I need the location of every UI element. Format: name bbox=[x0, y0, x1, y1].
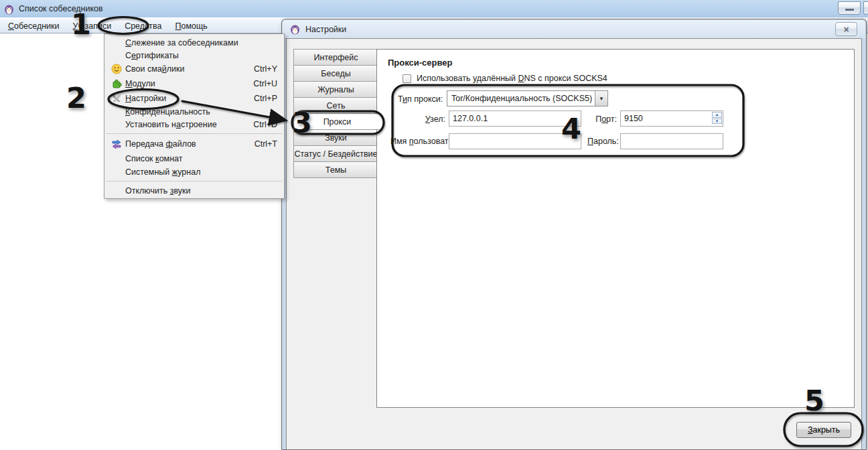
plugin-icon bbox=[107, 78, 125, 89]
menu-item-custom-smileys[interactable]: Свои смайлики Ctrl+Y bbox=[104, 62, 284, 76]
username-input[interactable] bbox=[449, 133, 581, 149]
menu-separator bbox=[106, 133, 283, 134]
dialog-title: Настройки bbox=[305, 25, 346, 34]
menu-item-room-list[interactable]: Список комнат bbox=[104, 151, 284, 165]
tab-proxy[interactable]: Прокси bbox=[293, 113, 380, 130]
smiley-icon bbox=[107, 64, 125, 74]
menu-item-preferences[interactable]: Настройки Ctrl+P bbox=[104, 91, 284, 105]
menu-item-plugins[interactable]: Модули Ctrl+U bbox=[104, 76, 284, 91]
tools-dropdown-menu: Слежение за собеседниками Сертификаты Св… bbox=[104, 33, 285, 199]
spinner-down-icon[interactable]: ▼ bbox=[712, 119, 722, 125]
tab-sounds[interactable]: Звуки bbox=[293, 129, 378, 146]
menu-item-mute-sounds[interactable]: Отключить звуки bbox=[104, 184, 284, 198]
port-input[interactable] bbox=[620, 110, 723, 127]
proxy-type-select[interactable]: Tor/Конфиденциальность (SOCKS5) ▼ bbox=[447, 90, 608, 106]
pidgin-app-icon bbox=[3, 3, 15, 15]
minimize-icon bbox=[845, 9, 854, 11]
menu-tools[interactable]: Средства bbox=[118, 19, 168, 33]
panel-header: Прокси-сервер bbox=[388, 58, 453, 68]
menu-item-system-log[interactable]: Системный журнал bbox=[104, 165, 284, 178]
main-window-titlebar: Список собеседников bbox=[0, 0, 868, 18]
remote-dns-label: Использовать удалённый DNS с прокси SOCK… bbox=[417, 74, 607, 83]
spinner-up-icon[interactable]: ▲ bbox=[712, 112, 722, 118]
tab-conversations[interactable]: Беседы bbox=[293, 65, 378, 82]
dialog-close-icon[interactable]: × bbox=[835, 22, 857, 36]
preferences-tab-strip: Интерфейс Беседы Журналы Сеть Прокси Зву… bbox=[293, 49, 380, 178]
main-window-title: Список собеседников bbox=[19, 4, 103, 13]
menu-item-file-transfers[interactable]: Передача файлов Ctrl+T bbox=[104, 137, 284, 151]
proxy-type-label: Тип прокси: bbox=[398, 94, 443, 104]
menu-help[interactable]: Помощь bbox=[169, 19, 214, 33]
menu-separator bbox=[106, 181, 283, 181]
remote-dns-checkbox[interactable] bbox=[403, 74, 411, 83]
close-button[interactable]: Закрыть bbox=[796, 422, 851, 438]
menu-item-privacy[interactable]: Конфиденциальность bbox=[104, 105, 284, 118]
preferences-dialog: Настройки × Интерфейс Беседы Журналы Сет… bbox=[281, 19, 867, 450]
menu-buddies[interactable]: Собеседники bbox=[1, 19, 66, 33]
proxy-settings-panel: Прокси-сервер Использовать удалённый DNS… bbox=[376, 49, 855, 408]
port-spinner: ▲ ▼ bbox=[712, 112, 722, 124]
menu-item-buddy-pounces[interactable]: Слежение за собеседниками bbox=[104, 36, 284, 49]
password-input[interactable] bbox=[620, 133, 723, 149]
chevron-down-icon[interactable]: ▼ bbox=[595, 91, 607, 106]
password-label: Пароль: bbox=[587, 137, 617, 146]
menu-accounts[interactable]: Уч.записи bbox=[66, 19, 119, 33]
dialog-client-area: Интерфейс Беседы Журналы Сеть Прокси Зву… bbox=[286, 38, 862, 449]
tab-logging[interactable]: Журналы bbox=[293, 81, 378, 98]
pidgin-app-icon bbox=[289, 23, 301, 35]
tools-icon bbox=[107, 93, 125, 104]
tab-themes[interactable]: Темы bbox=[293, 161, 378, 178]
maximize-button-partial[interactable] bbox=[863, 1, 868, 15]
port-label: Порт: bbox=[594, 115, 617, 124]
tab-network[interactable]: Сеть bbox=[293, 97, 378, 114]
menu-item-set-mood[interactable]: Установить настроение Ctrl+D bbox=[104, 118, 284, 131]
dialog-titlebar: Настройки × bbox=[283, 20, 865, 38]
file-transfer-icon bbox=[107, 139, 125, 149]
proxy-type-value: Tor/Конфиденциальность (SOCKS5) bbox=[447, 94, 595, 103]
tab-interface[interactable]: Интерфейс bbox=[293, 49, 378, 66]
host-label: Узел: bbox=[398, 115, 445, 124]
minimize-button[interactable] bbox=[838, 1, 861, 15]
tab-status-idle[interactable]: Статус / Бездействие bbox=[293, 145, 378, 162]
menu-item-certificates[interactable]: Сертификаты bbox=[104, 49, 284, 62]
host-input[interactable] bbox=[449, 110, 581, 127]
